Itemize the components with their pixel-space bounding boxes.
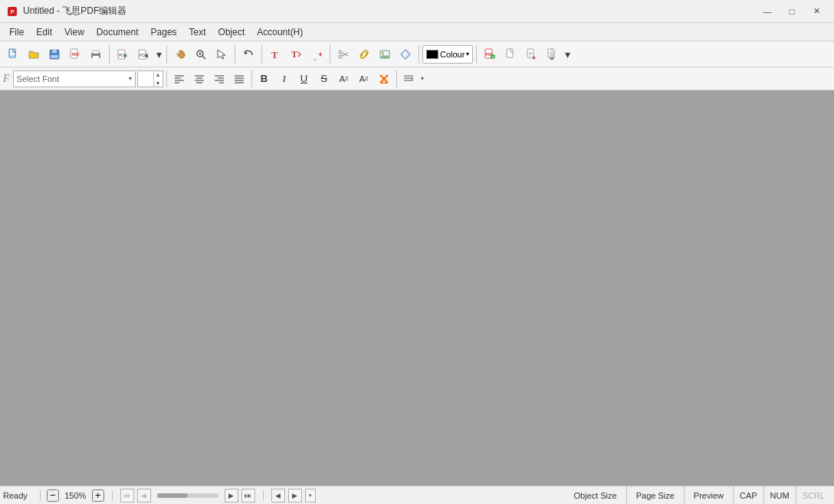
first-page-button[interactable]: ⏮: [120, 489, 134, 502]
title-controls: — □ ✕: [756, 4, 828, 19]
svg-rect-6: [51, 55, 58, 58]
security-button[interactable]: ▾: [563, 44, 572, 64]
menu-document[interactable]: Document: [90, 24, 145, 41]
colour-swatch: [426, 50, 438, 59]
font-size-arrows: ▲ ▼: [153, 70, 163, 87]
svg-rect-35: [507, 49, 513, 57]
font-icon: F: [3, 73, 10, 85]
align-right-button[interactable]: [210, 70, 228, 88]
toolbar1: PDF PDF PDF ▾ T T T: [0, 41, 834, 67]
status-sep-3: [263, 490, 264, 501]
zoom-in-button[interactable]: +: [92, 489, 104, 502]
open-button[interactable]: [24, 44, 44, 64]
svg-text:T: T: [271, 49, 278, 61]
hand-tool[interactable]: [170, 44, 190, 64]
svg-rect-11: [93, 56, 99, 59]
toolbar-separator-6: [419, 45, 419, 64]
svg-rect-10: [93, 51, 99, 54]
next-page-button[interactable]: ▶: [225, 489, 238, 502]
new-button[interactable]: [3, 44, 23, 64]
link-tool[interactable]: [354, 44, 374, 64]
menu-text[interactable]: Text: [183, 24, 212, 41]
scissors-tool[interactable]: [333, 44, 353, 64]
status-sep-1: [40, 490, 41, 501]
num-label: NUM: [770, 491, 790, 500]
align-center-button[interactable]: [190, 70, 208, 88]
text-vertical-tool[interactable]: T: [307, 44, 327, 64]
menu-object[interactable]: Object: [212, 24, 251, 41]
italic-button[interactable]: I: [275, 70, 294, 88]
paragraph-icon-button[interactable]: [400, 70, 417, 88]
toolbar-separator-3: [235, 45, 235, 64]
menu-pages[interactable]: Pages: [145, 24, 183, 41]
blank-page-button[interactable]: [501, 44, 520, 64]
import-button[interactable]: PDF: [113, 44, 133, 64]
menu-view[interactable]: View: [58, 24, 90, 41]
paragraph-spacing: ▾: [400, 70, 427, 88]
menu-account[interactable]: Account(H): [251, 24, 309, 41]
app-icon: P: [6, 5, 18, 18]
zoom-out-button[interactable]: −: [47, 489, 59, 502]
menu-edit[interactable]: Edit: [30, 24, 58, 41]
font-size-up[interactable]: ▲: [154, 70, 163, 79]
strikethrough-button[interactable]: S: [315, 70, 333, 88]
shape-tool[interactable]: [396, 44, 415, 64]
cap-indicator: CAP: [733, 486, 763, 505]
zoom-tool[interactable]: [191, 44, 211, 64]
toolbar2-sep-1: [166, 70, 167, 87]
text-tool[interactable]: T: [265, 44, 285, 64]
export-button[interactable]: PDF: [133, 44, 153, 64]
nav-dropdown-button[interactable]: ▾: [305, 489, 316, 502]
status-text: Ready: [3, 491, 28, 500]
align-justify-button[interactable]: [230, 70, 248, 88]
canvas-area[interactable]: [0, 90, 834, 486]
cap-label: CAP: [740, 491, 757, 500]
minimize-button[interactable]: —: [756, 4, 779, 19]
svg-rect-36: [527, 49, 534, 57]
object-size-section: Object Size: [564, 486, 626, 505]
undo-button[interactable]: [238, 44, 258, 64]
last-page-button[interactable]: ⏭: [241, 489, 255, 502]
font-selector[interactable]: Select Font ▾: [13, 70, 136, 87]
save-pdf-button[interactable]: PDF: [65, 44, 85, 64]
scrl-label: SCRL: [803, 491, 825, 500]
extract-pages-button[interactable]: [521, 44, 541, 64]
toolbar-separator-2: [166, 45, 167, 64]
svg-text:P: P: [11, 9, 15, 15]
toolbar2-sep-2: [251, 70, 252, 87]
svg-rect-3: [9, 55, 15, 57]
font-size-down[interactable]: ▼: [154, 79, 163, 87]
export-dropdown[interactable]: ▾: [154, 44, 163, 64]
select-tool[interactable]: [212, 44, 231, 64]
next-arrow-button[interactable]: ▶: [288, 489, 302, 502]
bold-button[interactable]: B: [255, 70, 274, 88]
close-button[interactable]: ✕: [805, 4, 828, 19]
svg-point-25: [339, 51, 342, 54]
subscript-button[interactable]: A2: [355, 70, 373, 88]
image-tool[interactable]: [375, 44, 395, 64]
underline-button[interactable]: U: [295, 70, 314, 88]
preview-section: Preview: [684, 486, 733, 505]
status-sep-2: [112, 490, 113, 501]
menu-file[interactable]: File: [3, 24, 30, 41]
svg-text:+: +: [492, 54, 495, 59]
menu-bar: File Edit View Document Pages Text Objec…: [0, 23, 834, 41]
font-selector-arrow: ▾: [129, 75, 132, 82]
font-size-input[interactable]: [138, 74, 153, 83]
print-button[interactable]: [86, 44, 106, 64]
paragraph-dropdown[interactable]: ▾: [418, 70, 427, 88]
prev-page-button[interactable]: ◀: [137, 489, 151, 502]
superscript-button[interactable]: A2: [335, 70, 353, 88]
text-flow-tool[interactable]: T: [286, 44, 306, 64]
clear-format-button[interactable]: [375, 70, 393, 88]
colour-dropdown-icon: ▾: [466, 51, 469, 57]
maximize-button[interactable]: □: [780, 4, 803, 19]
create-pdf-button[interactable]: PDF+: [480, 44, 500, 64]
align-left-button[interactable]: [170, 70, 189, 88]
num-indicator: NUM: [763, 486, 796, 505]
colour-button[interactable]: Colour ▾: [422, 45, 473, 64]
save-button[interactable]: [44, 44, 64, 64]
delete-pages-button[interactable]: [542, 44, 562, 64]
prev-arrow-button[interactable]: ◀: [271, 489, 285, 502]
svg-rect-5: [52, 50, 57, 53]
